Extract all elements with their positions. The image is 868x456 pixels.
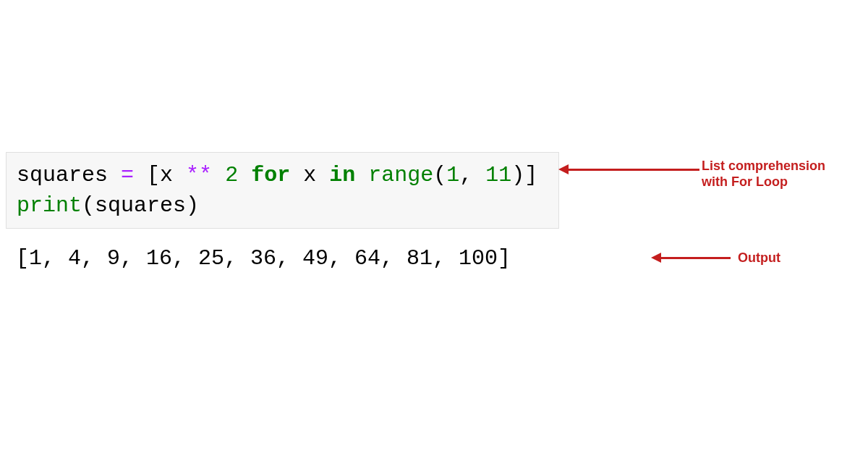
code-token: 11 bbox=[485, 163, 511, 187]
code-token: (squares) bbox=[82, 193, 199, 218]
code-token: for bbox=[251, 163, 290, 187]
code-token: ( bbox=[433, 163, 446, 187]
code-line-2: print(squares) bbox=[17, 190, 548, 221]
code-token bbox=[238, 163, 251, 187]
output-text: [1, 4, 9, 16, 25, 36, 49, 64, 81, 100] bbox=[16, 246, 511, 271]
code-token: 1 bbox=[446, 163, 459, 187]
code-line-1: squares = [x ** 2 for x in range(1, 11)] bbox=[17, 160, 548, 190]
code-token: , bbox=[459, 163, 485, 187]
code-cell: squares = [x ** 2 for x in range(1, 11)]… bbox=[6, 152, 559, 229]
code-token: 2 bbox=[225, 163, 238, 187]
code-token bbox=[212, 163, 225, 187]
code-token: ** bbox=[186, 163, 212, 187]
code-token: [ bbox=[147, 163, 160, 187]
code-token: = bbox=[121, 163, 134, 187]
code-token: in bbox=[329, 163, 355, 187]
code-token: x bbox=[160, 163, 186, 187]
code-token: print bbox=[17, 193, 82, 218]
code-token: ) bbox=[511, 163, 524, 187]
code-token bbox=[134, 163, 147, 187]
code-token: ] bbox=[524, 163, 537, 187]
code-token bbox=[355, 163, 368, 187]
code-token: squares bbox=[17, 163, 121, 187]
annotation-list-comprehension: List comprehension with For Loop bbox=[702, 159, 854, 190]
code-token: x bbox=[290, 163, 329, 187]
annotation-output: Output bbox=[738, 250, 780, 266]
code-token: range bbox=[368, 163, 433, 187]
